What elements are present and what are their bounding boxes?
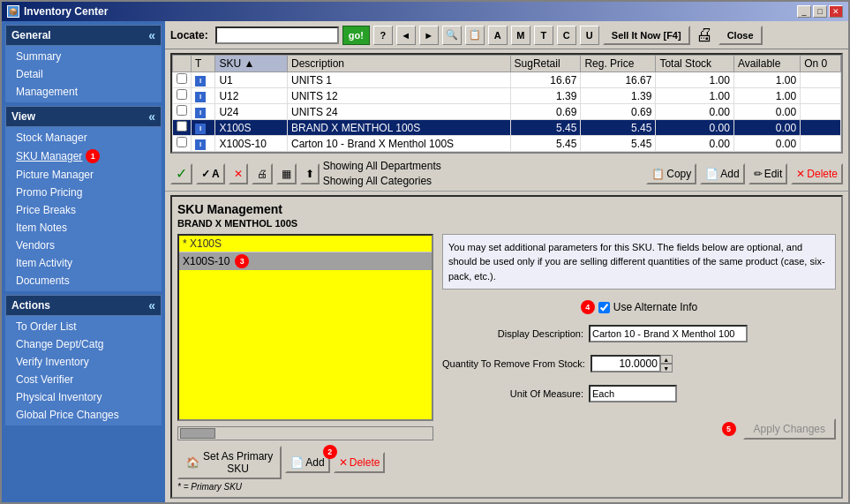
col-type[interactable]: T <box>192 56 215 72</box>
add-sku-icon: 📄 <box>290 456 304 469</box>
display-desc-input[interactable] <box>589 325 748 342</box>
sidebar-item-vendors[interactable]: Vendors <box>5 237 162 254</box>
print-button[interactable]: 🖨 <box>252 163 273 184</box>
col-reg-price[interactable]: Reg. Price <box>581 56 656 72</box>
sidebar-item-detail[interactable]: Detail <box>5 65 162 83</box>
col-available[interactable]: Available <box>733 56 800 72</box>
close-button[interactable]: Close <box>718 26 763 45</box>
sidebar-item-cost-verifier[interactable]: Cost Verifier <box>5 371 162 388</box>
circle-3: 3 <box>235 254 249 268</box>
title-bar-controls[interactable]: _ □ ✕ <box>797 5 843 18</box>
add-sku-wrapper: 📄 Add 2 <box>285 452 329 473</box>
copy-button[interactable]: 📋 <box>465 26 485 45</box>
table-row[interactable]: I X100S-10 Carton 10 - Brand X Menthol 1… <box>173 136 841 152</box>
sidebar-header-actions[interactable]: Actions « <box>5 295 162 316</box>
row-check[interactable] <box>173 104 192 120</box>
sidebar-item-sku-manager[interactable]: SKU Manager 1 <box>5 147 162 166</box>
apply-changes-button[interactable]: Apply Changes <box>743 418 836 440</box>
close-window-button[interactable]: ✕ <box>829 5 843 18</box>
sidebar-item-item-activity[interactable]: Item Activity <box>5 254 162 272</box>
col-total-stock[interactable]: Total Stock <box>656 56 734 72</box>
go-button[interactable]: go! <box>342 26 370 45</box>
sidebar-item-item-notes[interactable]: Item Notes <box>5 219 162 237</box>
collapse-icon: « <box>148 28 155 42</box>
a-button[interactable]: A <box>488 26 508 45</box>
col-check <box>173 56 192 72</box>
table-row[interactable]: I U24 UNITS 24 0.69 0.69 0.00 0.00 <box>173 104 841 120</box>
row-check[interactable] <box>173 72 192 88</box>
sidebar-item-management[interactable]: Management <box>5 83 162 101</box>
use-alternate-checkbox[interactable] <box>598 302 610 313</box>
col-sku[interactable]: SKU ▲ <box>215 56 288 72</box>
uom-input[interactable] <box>589 385 677 402</box>
scroll-thumb[interactable] <box>180 428 215 439</box>
qty-input-group: ▲ ▼ <box>590 355 673 372</box>
sku-list-item-primary[interactable]: * X100S <box>179 236 432 252</box>
sku-list-scrollbar[interactable] <box>177 426 433 440</box>
set-primary-icon: 🏠 <box>186 456 199 469</box>
check-button[interactable]: ✓ <box>170 163 192 184</box>
type-icon: I <box>195 76 206 87</box>
sidebar-view-items: Stock Manager SKU Manager 1 Picture Mana… <box>5 127 162 291</box>
add-table-button[interactable]: 📄 Add <box>700 163 744 184</box>
help-button[interactable]: ? <box>373 26 393 45</box>
row-available: 0.00 <box>733 104 800 120</box>
row-check[interactable] <box>173 88 192 104</box>
maximize-button[interactable]: □ <box>813 5 827 18</box>
locate-input[interactable] <box>215 26 339 44</box>
upload-button[interactable]: ⬆ <box>300 163 320 184</box>
check-a-button[interactable]: ✓A <box>196 163 225 184</box>
sidebar-item-global-price[interactable]: Global Price Changes <box>5 406 162 424</box>
showing-line2: Showing All Categories <box>323 174 643 189</box>
minimize-button[interactable]: _ <box>797 5 811 18</box>
sidebar-item-verify-inventory[interactable]: Verify Inventory <box>5 353 162 371</box>
delete-table-button[interactable]: ✕ Delete <box>791 163 843 184</box>
qty-spin-down[interactable]: ▼ <box>660 364 673 372</box>
sidebar-item-physical-inventory[interactable]: Physical Inventory <box>5 388 162 406</box>
row-check[interactable] <box>173 120 192 136</box>
col-on0[interactable]: On 0 <box>801 56 841 72</box>
sidebar-item-change-dept[interactable]: Change Dept/Catg <box>5 335 162 353</box>
x-button[interactable]: ✕ <box>229 163 248 184</box>
qty-spin-up[interactable]: ▲ <box>660 355 673 364</box>
col-description[interactable]: Description <box>288 56 511 72</box>
m-button[interactable]: M <box>511 26 530 45</box>
sku-list-item-x100s10[interactable]: X100S-10 3 <box>179 252 432 270</box>
u-button[interactable]: U <box>580 26 599 45</box>
forward-button[interactable]: ► <box>419 26 439 45</box>
sidebar-header-view[interactable]: View « <box>5 106 162 127</box>
sidebar-item-picture-manager[interactable]: Picture Manager <box>5 166 162 184</box>
sidebar-item-price-breaks[interactable]: Price Breaks <box>5 201 162 219</box>
table-row[interactable]: I X100S BRAND X MENTHOL 100S 5.45 5.45 0… <box>173 120 841 136</box>
grid-button[interactable]: ▦ <box>276 163 297 184</box>
sidebar-item-documents[interactable]: Documents <box>5 272 162 290</box>
row-check[interactable] <box>173 136 192 152</box>
col-sug-retail[interactable]: SugRetail <box>510 56 581 72</box>
edit-table-button[interactable]: ✏ Edit <box>748 163 788 184</box>
sidebar-header-general[interactable]: General « <box>5 25 162 46</box>
use-alternate-row: 4 Use Alternate Info <box>442 300 836 314</box>
copy-table-button[interactable]: 📋 Copy <box>646 163 696 184</box>
row-total-stock: 0.00 <box>656 136 734 152</box>
type-icon: I <box>195 108 206 118</box>
sell-now-button[interactable]: Sell It Now [F4] <box>603 26 690 45</box>
sidebar-item-to-order-list[interactable]: To Order List <box>5 318 162 335</box>
qty-input[interactable] <box>590 355 661 372</box>
edit-icon: ✏ <box>754 168 763 180</box>
row-type: I <box>192 136 215 152</box>
delete-sku-button[interactable]: ✕ Delete <box>334 452 386 473</box>
sku-management-section: SKU Management BRAND X MENTHOL 100S * X1… <box>170 195 843 499</box>
sidebar-item-summary[interactable]: Summary <box>5 48 162 65</box>
t-button[interactable]: T <box>534 26 553 45</box>
table-row[interactable]: I U12 UNITS 12 1.39 1.39 1.00 1.00 <box>173 88 841 104</box>
back-button[interactable]: ◄ <box>396 26 416 45</box>
row-description: BRAND X MENTHOL 100S <box>288 120 511 136</box>
set-primary-button[interactable]: 🏠 Set As Primary SKU <box>177 446 282 479</box>
c-button[interactable]: C <box>557 26 576 45</box>
table-row[interactable]: I U1 UNITS 1 16.67 16.67 1.00 1.00 <box>173 72 841 88</box>
sidebar-item-promo-pricing[interactable]: Promo Pricing <box>5 184 162 201</box>
sku-list[interactable]: * X100S X100S-10 3 <box>177 234 433 421</box>
search-button[interactable]: 🔍 <box>442 26 462 45</box>
uom-row: Unit Of Measure: <box>442 385 836 402</box>
sidebar-item-stock-manager[interactable]: Stock Manager <box>5 129 162 147</box>
